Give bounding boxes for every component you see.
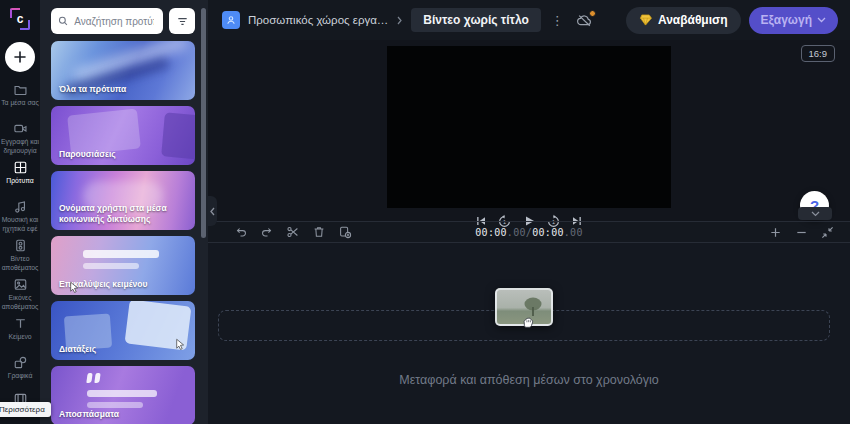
title-menu-button[interactable]: ⋮ — [549, 13, 566, 28]
logo-letter: c — [9, 8, 31, 30]
chevron-down-icon — [817, 17, 826, 23]
duplicate-button[interactable] — [338, 225, 352, 239]
undo-icon — [234, 225, 248, 239]
template-card-label: Παρουσιάσεις — [59, 149, 183, 160]
filter-button[interactable] — [169, 8, 195, 34]
workspace-avatar[interactable] — [222, 11, 240, 29]
card-art — [87, 402, 143, 408]
sidebar-item-record-create[interactable]: Εγγραφή και δημιουργία — [0, 117, 40, 156]
card-art — [86, 373, 92, 383]
search-box — [51, 8, 163, 34]
card-art — [83, 263, 139, 269]
sidebar-item-label: Βίντεο αποθέματος — [0, 255, 40, 273]
templates-icon — [13, 160, 28, 175]
sidebar-item-label: Πρότυπα — [5, 177, 34, 186]
search-row — [51, 8, 195, 34]
sidebar-item-label: Κείμενο — [7, 333, 32, 342]
fit-to-screen-button[interactable] — [821, 226, 834, 239]
sidebar-item-stock-video[interactable]: Βίντεο αποθέματος — [0, 234, 40, 273]
card-art — [87, 390, 157, 397]
template-card-all-templates[interactable]: Όλα τα πρότυπα — [51, 41, 195, 100]
filter-icon — [176, 15, 189, 28]
sidebar-item-label: Μουσική και ηχητικά εφέ — [0, 216, 40, 234]
fit-screen-icon — [821, 226, 834, 239]
timecode-elapsed-fraction: .00 — [507, 227, 526, 238]
stock-video-icon — [13, 238, 28, 253]
folder-icon — [13, 82, 28, 97]
zoom-out-button[interactable] — [795, 226, 808, 239]
upgrade-button[interactable]: Αναβάθμιση — [626, 7, 741, 34]
redo-button[interactable] — [260, 225, 274, 239]
video-canvas[interactable] — [387, 46, 671, 208]
panel-collapse-handle[interactable] — [208, 196, 217, 226]
chevron-down-icon — [811, 211, 820, 217]
template-card-label: Αποσπάσματα — [59, 409, 183, 420]
sidebar-item-templates[interactable]: Πρότυπα — [0, 156, 40, 195]
sync-warning-badge — [589, 10, 596, 17]
preview-stage: 16:9 1 1 ? — [208, 40, 850, 221]
edit-tools — [234, 225, 352, 239]
card-art — [83, 250, 159, 258]
timecode-total: 00:00 — [532, 227, 564, 238]
text-icon — [13, 316, 28, 331]
chevron-right-icon — [396, 16, 403, 25]
sidebar-item-text[interactable]: Κείμενο — [0, 312, 40, 351]
scissors-icon — [286, 225, 300, 239]
template-card-quotes[interactable]: Αποσπάσματα — [51, 366, 195, 424]
music-icon — [13, 199, 28, 214]
sidebar-item-graphics[interactable]: Γραφικά — [0, 351, 40, 390]
breadcrumb-workspace[interactable]: Προσωπικός χώρος εργα… — [248, 14, 388, 26]
delete-button[interactable] — [312, 225, 326, 239]
cursor-arrow-icon — [69, 281, 81, 293]
timecode-elapsed: 00:00 — [475, 227, 507, 238]
zoom-in-button[interactable] — [769, 226, 782, 239]
sidebar-item-label: Τα μέσα σας — [0, 99, 40, 108]
sidebar-item-label: Γραφικά — [7, 372, 34, 381]
template-card-label: Ονόματα χρήστη στα μέσα κοινωνικής δικτύ… — [59, 203, 183, 225]
more-tooltip: Περισσότερα — [0, 402, 51, 417]
preview-collapse-button[interactable] — [798, 207, 832, 220]
zoom-tools — [769, 226, 834, 239]
plus-icon — [769, 226, 782, 239]
person-icon — [225, 14, 237, 26]
template-card-social-usernames[interactable]: Ονόματα χρήστη στα μέσα κοινωνικής δικτύ… — [51, 171, 195, 230]
templates-panel: Όλα τα πρότυπα Παρουσιάσεις Ονόματα χρήσ… — [40, 0, 208, 424]
search-input[interactable] — [72, 15, 156, 28]
template-card-presentations[interactable]: Παρουσιάσεις — [51, 106, 195, 165]
sidebar-item-label: Εικόνες αποθέματος — [0, 294, 40, 312]
cursor-arrow-icon — [175, 338, 187, 350]
sidebar-item-your-media[interactable]: Τα μέσα σας — [0, 78, 40, 117]
sidebar-item-music-sfx[interactable]: Μουσική και ηχητικά εφέ — [0, 195, 40, 234]
undo-button[interactable] — [234, 225, 248, 239]
split-button[interactable] — [286, 225, 300, 239]
sidebar-nav: Τα μέσα σας Εγγραφή και δημιουργία Πρότυ… — [0, 78, 40, 390]
plus-icon — [13, 50, 27, 64]
aspect-ratio-badge[interactable]: 16:9 — [801, 45, 836, 62]
trash-icon — [312, 225, 326, 239]
template-card-list: Όλα τα πρότυπα Παρουσιάσεις Ονόματα χρήσ… — [51, 41, 195, 424]
export-button[interactable]: Εξαγωγή — [749, 7, 838, 34]
card-art — [94, 373, 100, 383]
search-icon — [58, 15, 68, 27]
template-card-text-overlays[interactable]: Επικαλύψεις κειμένου — [51, 236, 195, 295]
redo-icon — [260, 225, 274, 239]
clipchamp-app: c Τα μέσα σας Εγγραφή και δημιουργία Πρό… — [0, 0, 850, 424]
sidebar-item-label: Εγγραφή και δημιουργία — [0, 138, 40, 156]
gem-icon — [639, 14, 652, 26]
grab-hand-cursor-icon — [520, 314, 536, 330]
template-card-label: Όλα τα πρότυπα — [59, 84, 183, 95]
create-video-button[interactable] — [5, 42, 35, 72]
timeline-hint-text: Μεταφορά και απόθεση μέσων στο χρονολόγι… — [208, 373, 850, 387]
minus-icon — [795, 226, 808, 239]
camera-icon — [13, 121, 28, 136]
main-area: Προσωπικός χώρος εργα… Βίντεο χωρίς τίτλ… — [208, 0, 850, 424]
video-title-field[interactable]: Βίντεο χωρίς τίτλο — [411, 8, 540, 32]
template-card-layouts[interactable]: Διατάξεις — [51, 301, 195, 360]
graphics-icon — [13, 355, 28, 370]
upgrade-label: Αναβάθμιση — [658, 13, 728, 27]
clipchamp-logo-icon: c — [9, 8, 31, 30]
cloud-offline-icon[interactable] — [576, 13, 593, 28]
panel-scrollbar[interactable] — [201, 8, 206, 238]
sidebar-item-stock-images[interactable]: Εικόνες αποθέματος — [0, 273, 40, 312]
timeline-area[interactable]: Μεταφορά και απόθεση μέσων στο χρονολόγι… — [208, 243, 850, 424]
